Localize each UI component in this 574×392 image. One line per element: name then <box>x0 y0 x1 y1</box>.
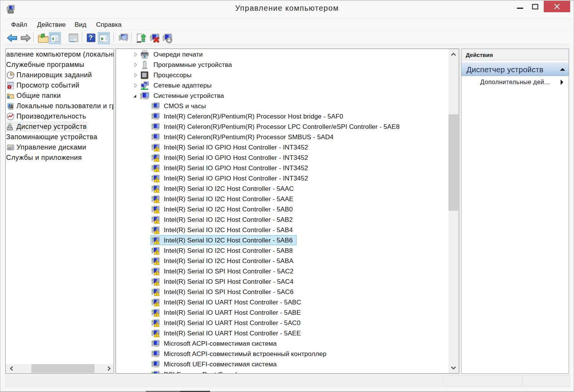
svg-text:?: ? <box>89 34 93 41</box>
